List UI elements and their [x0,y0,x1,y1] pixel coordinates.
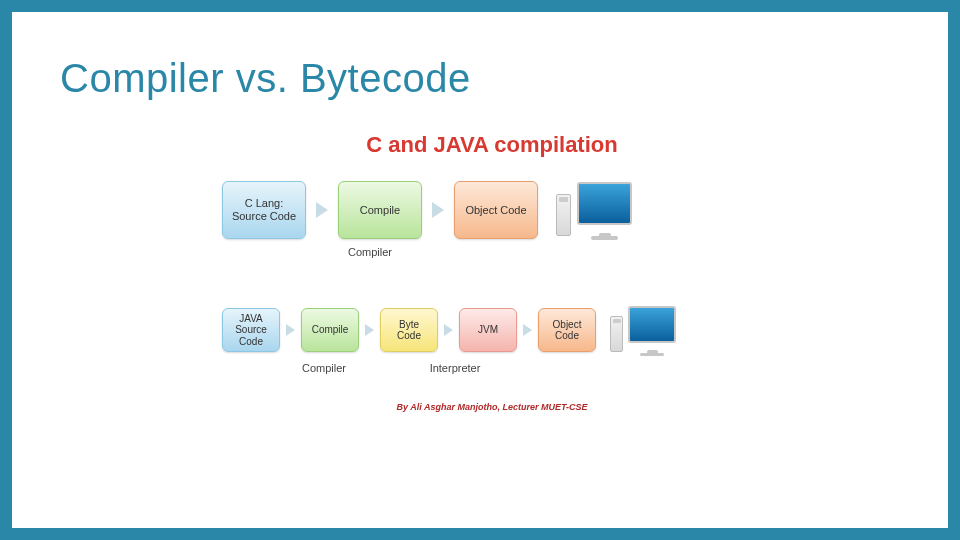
arrow-icon [365,324,374,336]
computer-icon [610,304,676,356]
java-source-box: JAVASourceCode [222,308,280,352]
java-flow-labels: Compiler Interpreter [222,362,772,374]
c-compile-box: Compile [338,181,422,239]
arrow-icon [523,324,532,336]
java-flow-row: JAVASourceCode Compile ByteCode JVM Obje… [222,304,772,356]
slide-title: Compiler vs. Bytecode [60,56,471,101]
diagram-title: C and JAVA compilation [212,132,772,158]
java-flow-wrap: JAVASourceCode Compile ByteCode JVM Obje… [212,304,772,374]
arrow-icon [432,202,444,218]
diagram-container: C and JAVA compilation C Lang:Source Cod… [212,132,772,492]
java-compiler-label: Compiler [295,362,353,374]
java-jvm-box: JVM [459,308,517,352]
java-bytecode-box: ByteCode [380,308,438,352]
credit-line: By Ali Asghar Manjotho, Lecturer MUET-CS… [212,402,772,412]
c-flow-labels: Compiler [222,246,772,258]
java-object-box: ObjectCode [538,308,596,352]
arrow-icon [286,324,295,336]
computer-icon [556,180,632,240]
c-source-box: C Lang:Source Code [222,181,306,239]
slide-frame: Compiler vs. Bytecode C and JAVA compila… [0,0,960,540]
c-flow-row: C Lang:Source Code Compile Object Code [222,180,772,240]
c-compiler-label: Compiler [328,246,412,258]
arrow-icon [444,324,453,336]
java-interpreter-label: Interpreter [426,362,484,374]
c-object-box: Object Code [454,181,538,239]
java-compile-box: Compile [301,308,359,352]
arrow-icon [316,202,328,218]
